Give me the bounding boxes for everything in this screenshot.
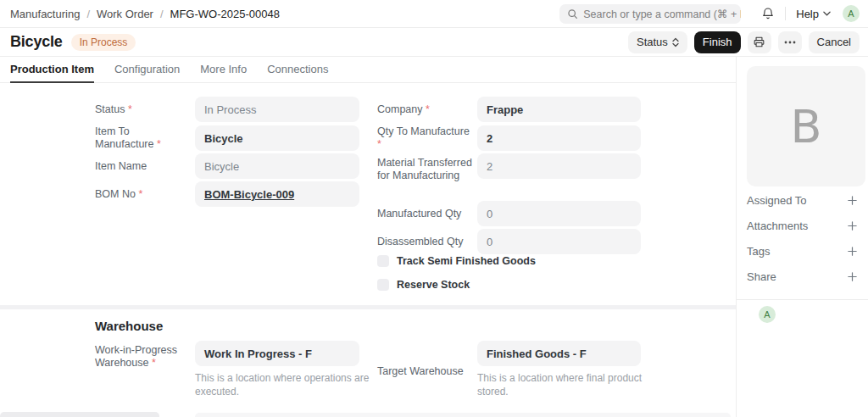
field-material-transferred: Material Transferred for Manufacturing 2 (377, 153, 641, 182)
search-input[interactable]: Search or type a command (⌘ + K) (559, 4, 741, 24)
print-button[interactable] (748, 31, 771, 53)
more-icon (784, 41, 796, 44)
status-input: In Process (195, 97, 359, 122)
plus-icon[interactable] (847, 220, 858, 231)
checkbox-icon (377, 255, 389, 267)
field-wip-warehouse-label: Work-in-Progress Warehouse (95, 344, 190, 370)
status-dropdown-label: Status (637, 36, 668, 48)
attachments-label: Attachments (747, 220, 808, 232)
navbar-right-cluster: Search or type a command (⌘ + K) Help A (559, 4, 860, 24)
search-icon (567, 8, 578, 19)
bom-no-link[interactable]: BOM-Bicycle-009 (195, 181, 359, 207)
work-order-page: Manufacturing / Work Order / MFG-WO-2025… (0, 0, 868, 417)
navbar-divider (785, 7, 786, 20)
sidebar-item-share[interactable]: Share (747, 264, 858, 289)
plus-icon[interactable] (847, 195, 858, 206)
user-avatar-initial: A (848, 8, 854, 19)
sidebar-item-assigned-to[interactable]: Assigned To (747, 187, 858, 213)
page-head: Bicycle In Process Status Finish (0, 28, 868, 57)
plus-icon[interactable] (847, 246, 858, 257)
reserve-stock-label: Reserve Stock (397, 279, 470, 291)
chevron-down-icon (823, 11, 831, 16)
target-warehouse-help: This is a location where final product s… (477, 371, 657, 398)
section-divider (0, 305, 736, 309)
finish-button-label: Finish (703, 36, 732, 48)
field-wip-warehouse: Work-in-Progress Warehouse Work In Progr… (95, 341, 375, 398)
manufactured-qty-input: 0 (477, 201, 641, 226)
field-item-name: Item Name Bicycle (95, 153, 359, 179)
target-warehouse-input[interactable]: Finished Goods - F (477, 341, 641, 366)
cancel-button[interactable]: Cancel (809, 31, 860, 53)
wip-warehouse-help: This is a location where operations are … (195, 371, 375, 398)
more-options-button[interactable] (778, 31, 802, 53)
sidebar-item-tags[interactable]: Tags (747, 238, 858, 264)
field-bom-no: BOM No BOM-Bicycle-009 (95, 181, 359, 207)
user-avatar[interactable]: A (843, 5, 860, 22)
assigned-to-label: Assigned To (747, 194, 807, 207)
form-sidebar: B Assigned To Attachments Tags Share (736, 57, 868, 417)
finish-button[interactable]: Finish (694, 31, 741, 53)
item-name-input: Bicycle (195, 153, 359, 179)
field-item-to-manufacture: Item To Manufacture Bicycle (95, 125, 359, 151)
field-disassembled-qty-label: Disassembled Qty (377, 236, 463, 248)
form-tabs: Production Item Configuration More Info … (0, 57, 736, 83)
plus-icon[interactable] (847, 271, 858, 282)
selector-icon (672, 37, 679, 47)
item-image-placeholder[interactable]: B (747, 66, 865, 186)
search-placeholder: Search or type a command (⌘ + K) (583, 8, 741, 20)
field-target-warehouse-label: Target Warehouse (377, 365, 464, 378)
share-label: Share (747, 270, 776, 283)
status-dropdown-button[interactable]: Status (628, 31, 687, 53)
notifications-button[interactable] (761, 7, 775, 20)
sidebar-item-attachments[interactable]: Attachments (747, 213, 858, 238)
material-transferred-input: 2 (477, 153, 641, 179)
printer-icon (753, 36, 765, 48)
reserve-stock-checkbox[interactable]: Reserve Stock (377, 279, 470, 291)
next-section-edge (195, 413, 731, 417)
top-navbar: Manufacturing / Work Order / MFG-WO-2025… (0, 0, 868, 28)
field-material-transferred-label: Material Transferred for Manufacturing (377, 157, 472, 182)
field-disassembled-qty: Disassembled Qty 0 (377, 229, 641, 254)
field-item-to-manufacture-label: Item To Manufacture (95, 125, 190, 151)
page-actions: Status Finish Cancel (628, 31, 860, 53)
item-image-initial: B (790, 100, 821, 153)
breadcrumb-work-order[interactable]: Work Order (97, 8, 153, 20)
help-label: Help (796, 8, 819, 20)
cancel-button-label: Cancel (817, 36, 851, 48)
field-qty-to-manufacture-label: Qty To Manufacture (377, 125, 472, 151)
field-company: Company Frappe (377, 97, 641, 122)
item-to-manufacture-input[interactable]: Bicycle (195, 125, 359, 151)
company-input[interactable]: Frappe (477, 97, 641, 122)
tab-production-item[interactable]: Production Item (10, 57, 94, 83)
tags-label: Tags (747, 245, 770, 258)
help-menu[interactable]: Help (796, 8, 831, 20)
breadcrumb-manufacturing[interactable]: Manufacturing (10, 8, 80, 20)
breadcrumb-separator: / (160, 8, 164, 20)
page-title: Bicycle (10, 33, 63, 51)
wip-warehouse-input[interactable]: Work In Progress - F (195, 341, 359, 366)
viewer-avatar[interactable]: A (759, 306, 776, 323)
qty-to-manufacture-input[interactable]: 2 (477, 125, 641, 151)
sidebar-divider (737, 299, 868, 300)
breadcrumb: Manufacturing / Work Order / MFG-WO-2025… (10, 8, 280, 20)
field-company-label: Company (377, 103, 430, 116)
form-main: Production Item Configuration More Info … (0, 57, 736, 417)
warehouse-section-title: Warehouse (95, 319, 163, 333)
field-status-label: Status (95, 103, 132, 116)
tab-more-info[interactable]: More Info (200, 57, 247, 83)
field-manufactured-qty: Manufactured Qty 0 (377, 201, 641, 226)
tab-configuration[interactable]: Configuration (114, 57, 180, 83)
bell-icon (761, 7, 775, 20)
track-semi-finished-goods-checkbox[interactable]: Track Semi Finished Goods (377, 255, 536, 267)
viewer-avatar-initial: A (764, 309, 770, 320)
field-qty-to-manufacture: Qty To Manufacture 2 (377, 125, 641, 151)
field-status: Status In Process (95, 97, 359, 122)
breadcrumb-separator: / (86, 8, 90, 20)
field-item-name-label: Item Name (95, 160, 147, 173)
status-badge: In Process (71, 34, 136, 51)
next-section-edge (0, 412, 159, 417)
checkbox-icon (377, 279, 389, 291)
field-target-warehouse: Target Warehouse Finished Goods - F This… (377, 341, 657, 398)
tab-connections[interactable]: Connections (267, 57, 328, 83)
field-bom-no-label: BOM No (95, 188, 142, 201)
